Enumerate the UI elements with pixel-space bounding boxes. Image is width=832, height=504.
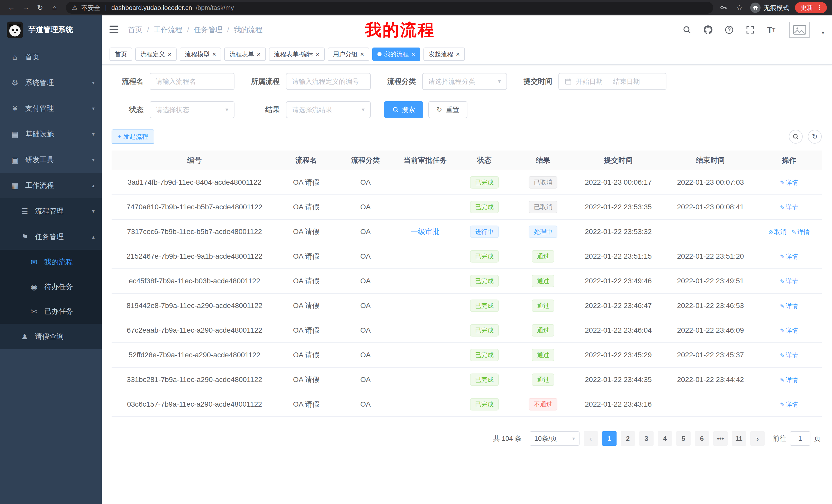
view-tab[interactable]: 流程定义× bbox=[135, 48, 177, 61]
sidebar-item-devtools[interactable]: ▣研发工具▾ bbox=[0, 147, 102, 173]
sidebar-item-label: 流程管理 bbox=[35, 206, 92, 216]
category-select[interactable]: 请选择流程分类 bbox=[422, 73, 507, 90]
page-size-select[interactable]: 10条/页 bbox=[530, 431, 579, 446]
breadcrumb-item[interactable]: 首页 bbox=[128, 25, 142, 35]
view-tab[interactable]: 我的流程× bbox=[372, 48, 420, 61]
sidebar-item-system[interactable]: ⚙系统管理▾ bbox=[0, 70, 102, 95]
detail-action[interactable]: ✎详情 bbox=[780, 376, 798, 383]
incognito-badge[interactable]: 无痕模式 bbox=[750, 3, 789, 13]
close-icon[interactable]: × bbox=[167, 51, 172, 58]
detail-action[interactable]: ✎详情 bbox=[780, 401, 798, 408]
page-button[interactable]: 2 bbox=[621, 431, 635, 446]
close-icon[interactable]: × bbox=[411, 51, 415, 58]
prev-page-button[interactable]: ‹ bbox=[583, 431, 598, 446]
create-process-button[interactable]: + 发起流程 bbox=[111, 130, 154, 144]
row-actions: ✎详情 bbox=[756, 343, 822, 367]
page-button[interactable]: 3 bbox=[639, 431, 654, 446]
view-tab[interactable]: 用户分组× bbox=[328, 48, 369, 61]
process-name-input[interactable] bbox=[150, 73, 234, 90]
sidebar-item-payment[interactable]: ¥支付管理▾ bbox=[0, 95, 102, 121]
process-def-input[interactable] bbox=[286, 73, 371, 90]
sidebar-item-leave-query[interactable]: ♟请假查询 bbox=[0, 324, 102, 349]
close-icon[interactable]: × bbox=[212, 51, 216, 58]
view-tab[interactable]: 首页 bbox=[109, 48, 132, 61]
submit-time-range-picker[interactable]: 开始日期 - 结束日期 bbox=[558, 73, 667, 90]
forward-arrow-icon[interactable]: → bbox=[20, 2, 32, 14]
row-submit-time: 2022-01-22 23:43:16 bbox=[572, 392, 665, 417]
view-tab[interactable]: 流程表单× bbox=[224, 48, 266, 61]
detail-icon: ✎ bbox=[791, 229, 796, 235]
row-submit-time: 2022-01-22 23:53:32 bbox=[572, 219, 665, 244]
next-page-button[interactable]: › bbox=[750, 431, 765, 446]
cancel-action[interactable]: ⊘取消 bbox=[768, 228, 786, 235]
detail-icon: ✎ bbox=[780, 401, 785, 408]
tab-label: 流程模型 bbox=[185, 50, 210, 58]
sidebar-item-done-task[interactable]: ✂已办任务 bbox=[0, 299, 102, 324]
browser-menu-icon[interactable]: ⋮ bbox=[816, 4, 823, 12]
detail-action[interactable]: ✎详情 bbox=[780, 327, 798, 334]
app-logo[interactable]: 芋道管理系统 bbox=[0, 16, 102, 44]
breadcrumb-item[interactable]: 工作流程 bbox=[154, 25, 183, 35]
view-tab[interactable]: 流程表单-编辑× bbox=[269, 48, 325, 61]
sidebar-item-task-mgmt[interactable]: ⚑任务管理▴ bbox=[0, 224, 102, 250]
page-button[interactable]: 5 bbox=[676, 431, 691, 446]
sidebar-item-home[interactable]: ⌂首页 bbox=[0, 44, 102, 70]
current-task-link[interactable]: 一级审批 bbox=[411, 228, 440, 235]
sidebar-item-process-mgmt[interactable]: ☰流程管理▾ bbox=[0, 198, 102, 224]
yen-icon: ¥ bbox=[10, 104, 20, 113]
search-button[interactable]: 搜索 bbox=[384, 101, 423, 118]
reload-icon[interactable]: ↻ bbox=[34, 2, 46, 14]
detail-action[interactable]: ✎详情 bbox=[780, 179, 798, 186]
sidebar-item-label: 支付管理 bbox=[25, 104, 92, 113]
view-tab[interactable]: 流程模型× bbox=[180, 48, 221, 61]
row-process-name: OA 请假 bbox=[278, 269, 335, 293]
status-select[interactable]: 请选择状态 bbox=[150, 101, 234, 118]
detail-action[interactable]: ✎详情 bbox=[780, 204, 798, 211]
detail-action[interactable]: ✎详情 bbox=[780, 302, 798, 309]
breadcrumb-item[interactable]: 任务管理 bbox=[194, 25, 223, 35]
fullscreen-icon[interactable] bbox=[745, 25, 755, 35]
close-icon[interactable]: × bbox=[456, 51, 460, 58]
star-icon[interactable]: ☆ bbox=[734, 3, 745, 13]
browser-update-button[interactable]: 更新 ⋮ bbox=[795, 2, 827, 13]
row-submit-time: 2022-01-22 23:53:35 bbox=[572, 195, 665, 219]
key-icon[interactable] bbox=[718, 3, 729, 13]
home-icon[interactable]: ⌂ bbox=[48, 2, 61, 14]
sidebar-collapse-icon[interactable] bbox=[109, 25, 120, 35]
view-tab[interactable]: 发起流程× bbox=[423, 48, 465, 61]
sidebar-item-label: 系统管理 bbox=[25, 78, 92, 88]
page-button[interactable]: 6 bbox=[695, 431, 709, 446]
page-more-button[interactable]: ••• bbox=[713, 431, 728, 446]
sidebar-item-my-process[interactable]: ✉我的流程 bbox=[0, 250, 102, 274]
table-refresh-button[interactable]: ↻ bbox=[808, 130, 822, 144]
row-process-name: OA 请假 bbox=[278, 367, 335, 392]
status-badge: 已完成 bbox=[470, 250, 499, 262]
result-select[interactable]: 请选择流结果 bbox=[286, 101, 371, 118]
font-size-icon[interactable]: TT bbox=[766, 25, 777, 35]
back-arrow-icon[interactable]: ← bbox=[5, 2, 18, 14]
refresh-icon: ↻ bbox=[437, 106, 443, 113]
detail-action[interactable]: ✎详情 bbox=[780, 253, 798, 260]
detail-action[interactable]: ✎详情 bbox=[791, 228, 810, 235]
reset-button[interactable]: ↻ 重置 bbox=[428, 101, 467, 118]
table-search-toggle-button[interactable] bbox=[789, 130, 803, 144]
goto-page-input[interactable] bbox=[790, 431, 810, 446]
sidebar-item-todo-task[interactable]: ◉待办任务 bbox=[0, 274, 102, 299]
close-icon[interactable]: × bbox=[316, 51, 319, 58]
sidebar-item-infrastructure[interactable]: ▤基础设施▾ bbox=[0, 121, 102, 147]
github-icon[interactable] bbox=[703, 25, 713, 35]
column-header: 结果 bbox=[514, 150, 572, 170]
page-button[interactable]: 1 bbox=[602, 431, 617, 446]
page-button[interactable]: 11 bbox=[732, 431, 746, 446]
page-button[interactable]: 4 bbox=[658, 431, 672, 446]
address-bar[interactable]: ⚠ 不安全 | dashboard.yudao.iocoder.cn/bpm/t… bbox=[66, 2, 713, 13]
help-icon[interactable] bbox=[724, 25, 734, 35]
detail-action[interactable]: ✎详情 bbox=[780, 278, 798, 285]
close-icon[interactable]: × bbox=[360, 51, 364, 58]
avatar-caret-icon[interactable]: ▾ bbox=[822, 30, 824, 36]
close-icon[interactable]: × bbox=[257, 51, 260, 58]
avatar[interactable] bbox=[789, 22, 810, 38]
search-icon[interactable] bbox=[682, 25, 692, 35]
sidebar-item-workflow[interactable]: ▦工作流程▴ bbox=[0, 173, 102, 198]
detail-action[interactable]: ✎详情 bbox=[780, 352, 798, 359]
